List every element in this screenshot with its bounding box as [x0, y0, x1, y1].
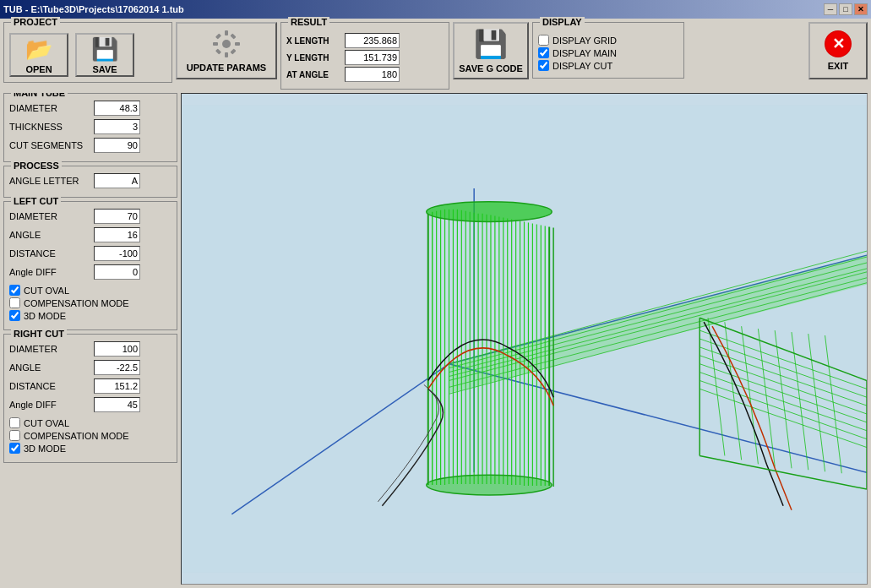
exit-label: EXIT — [828, 61, 848, 71]
save-floppy-icon: 💾 — [91, 36, 118, 63]
rc-cut-oval-checkbox[interactable] — [9, 417, 20, 428]
lc-angle-diff-input[interactable] — [94, 264, 140, 280]
lc-compensation-checkbox[interactable] — [9, 297, 20, 308]
rc-cut-oval-row: CUT OVAL — [9, 417, 171, 428]
open-label: OPEN — [25, 64, 52, 74]
y-length-row: Y LENGTH — [286, 50, 444, 65]
display-grid-checkbox[interactable] — [538, 35, 549, 46]
display-grid-label: DISPLAY GRID — [553, 35, 617, 46]
x-length-input[interactable] — [345, 33, 400, 48]
save-gcode-label: SAVE G CODE — [459, 63, 523, 74]
project-group: PROJECT 📂 OPEN 💾 SAVE — [3, 22, 172, 83]
diameter-input[interactable] — [94, 101, 140, 116]
rc-3d-mode-label: 3D MODE — [24, 444, 66, 454]
angle-letter-row: ANGLE LETTER — [9, 173, 171, 188]
close-button[interactable]: ✕ — [854, 3, 868, 15]
rc-diameter-label: DIAMETER — [9, 344, 94, 354]
open-button[interactable]: 📂 OPEN — [9, 33, 68, 77]
lc-compensation-row: COMPENSATION MODE — [9, 297, 171, 308]
thickness-row: THICKNESS — [9, 119, 171, 134]
at-angle-row: AT ANGLE — [286, 67, 444, 82]
rc-diameter-row: DIAMETER — [9, 341, 171, 357]
display-cut-row: DISPLAY CUT — [538, 60, 678, 71]
lc-angle-diff-row: Angle DIFF — [9, 264, 171, 280]
save-gcode-button[interactable]: 💾 SAVE G CODE — [453, 22, 529, 79]
project-buttons: 📂 OPEN 💾 SAVE — [9, 33, 166, 77]
process-section: PROCESS ANGLE LETTER — [3, 166, 177, 198]
process-title: PROCESS — [11, 161, 62, 171]
project-label: PROJECT — [11, 17, 60, 27]
rc-compensation-label: COMPENSATION MODE — [24, 431, 128, 441]
update-params-button[interactable]: UPDATE PARAMS — [176, 22, 277, 79]
minimize-button[interactable]: ─ — [824, 3, 837, 15]
svg-rect-3 — [213, 42, 218, 46]
rc-angle-row: ANGLE — [9, 360, 171, 375]
lc-diameter-input[interactable] — [94, 209, 140, 224]
rc-angle-diff-row: Angle DIFF — [9, 397, 171, 412]
lc-diameter-label: DIAMETER — [9, 211, 94, 221]
svg-rect-8 — [215, 48, 221, 54]
at-angle-input[interactable] — [345, 67, 400, 82]
rc-distance-row: DISTANCE — [9, 378, 171, 394]
title-bar-buttons: ─ □ ✕ — [824, 3, 868, 15]
update-params-label: UPDATE PARAMS — [187, 63, 266, 73]
y-length-label: Y LENGTH — [286, 53, 341, 63]
svg-rect-6 — [230, 48, 236, 54]
red-x-icon: ✕ — [825, 30, 852, 57]
lc-3d-mode-row: 3D MODE — [9, 310, 171, 321]
svg-rect-1 — [225, 30, 228, 35]
rc-angle-diff-label: Angle DIFF — [9, 400, 94, 410]
3d-viewport[interactable] — [181, 93, 868, 585]
lc-cut-oval-checkbox[interactable] — [9, 285, 20, 296]
lc-angle-diff-label: Angle DIFF — [9, 267, 94, 277]
at-angle-label: AT ANGLE — [286, 70, 341, 79]
main-tube-section: MAIN TUBE DIAMETER THICKNESS CUT SEGMENT… — [3, 93, 177, 162]
display-grid-row: DISPLAY GRID — [538, 35, 678, 46]
diameter-label: DIAMETER — [9, 103, 94, 113]
y-length-input[interactable] — [345, 50, 400, 65]
svg-point-0 — [222, 40, 231, 48]
display-main-checkbox[interactable] — [538, 47, 549, 58]
left-cut-title: LEFT CUT — [11, 196, 61, 206]
rc-cut-oval-label: CUT OVAL — [24, 418, 69, 428]
rc-angle-label: ANGLE — [9, 362, 94, 373]
display-label: DISPLAY — [540, 17, 585, 27]
lc-compensation-label: COMPENSATION MODE — [24, 298, 128, 308]
lc-distance-label: DISTANCE — [9, 248, 94, 259]
rc-distance-input[interactable] — [94, 378, 140, 394]
cut-segments-input[interactable] — [94, 138, 140, 153]
x-length-row: X LENGTH — [286, 33, 444, 48]
left-panel: MAIN TUBE DIAMETER THICKNESS CUT SEGMENT… — [3, 93, 177, 585]
lc-distance-input[interactable] — [94, 246, 140, 261]
rc-compensation-checkbox[interactable] — [9, 430, 20, 441]
svg-point-54 — [427, 475, 552, 495]
rc-diameter-input[interactable] — [94, 341, 140, 357]
maximize-button[interactable]: □ — [839, 3, 852, 15]
lc-distance-row: DISTANCE — [9, 246, 171, 261]
rc-angle-diff-input[interactable] — [94, 397, 140, 412]
svg-rect-5 — [215, 33, 221, 39]
viewport-svg — [182, 94, 867, 584]
rc-compensation-row: COMPENSATION MODE — [9, 430, 171, 441]
thickness-input[interactable] — [94, 119, 140, 134]
lc-3d-mode-checkbox[interactable] — [9, 310, 20, 321]
display-main-label: DISPLAY MAIN — [553, 48, 617, 58]
display-cut-checkbox[interactable] — [538, 60, 549, 71]
diameter-row: DIAMETER — [9, 101, 171, 116]
save-gcode-icon: 💾 — [474, 28, 508, 60]
rc-3d-mode-checkbox[interactable] — [9, 443, 20, 454]
rc-angle-input[interactable] — [94, 360, 140, 375]
lc-angle-row: ANGLE — [9, 227, 171, 242]
lc-angle-input[interactable] — [94, 227, 140, 242]
angle-letter-label: ANGLE LETTER — [9, 176, 94, 186]
thickness-label: THICKNESS — [9, 122, 94, 132]
left-cut-section: LEFT CUT DIAMETER ANGLE DISTANCE Angle D… — [3, 201, 177, 330]
rc-3d-mode-row: 3D MODE — [9, 443, 171, 454]
angle-letter-input[interactable] — [94, 173, 140, 188]
lc-3d-mode-label: 3D MODE — [24, 311, 66, 321]
save-button[interactable]: 💾 SAVE — [75, 33, 134, 77]
display-cut-label: DISPLAY CUT — [553, 61, 612, 71]
gear-icon — [211, 29, 242, 59]
exit-button[interactable]: ✕ EXIT — [808, 22, 868, 79]
svg-rect-7 — [230, 33, 236, 39]
